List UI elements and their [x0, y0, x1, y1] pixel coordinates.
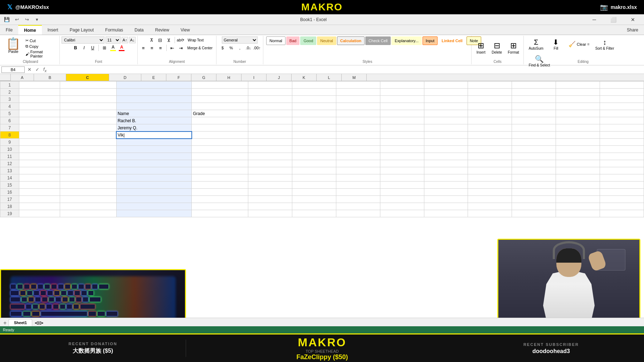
cell-i15[interactable] [424, 182, 468, 189]
paste-button[interactable]: 📋 Paste [4, 36, 23, 55]
cell-d16[interactable] [192, 189, 248, 196]
cell-e10[interactable] [248, 146, 292, 153]
cell-b11[interactable] [60, 153, 116, 160]
cell-h19[interactable] [380, 210, 424, 217]
cell-g11[interactable] [336, 153, 380, 160]
cell-i11[interactable] [424, 153, 468, 160]
cell-a17[interactable] [19, 196, 60, 203]
cell-j14[interactable] [468, 174, 512, 182]
cell-h9[interactable] [380, 139, 424, 146]
style-neutral[interactable]: Neutral [317, 36, 336, 45]
col-header-l[interactable]: L [317, 74, 342, 81]
cell-i1[interactable] [424, 81, 468, 89]
cell-l16[interactable] [556, 189, 600, 196]
cell-i4[interactable] [424, 103, 468, 110]
cell-j17[interactable] [468, 196, 512, 203]
cell-f14[interactable] [292, 174, 336, 182]
cell-h14[interactable] [380, 174, 424, 182]
cell-m19[interactable] [600, 210, 644, 217]
cell-j7[interactable] [468, 124, 512, 132]
cut-button[interactable]: ✂ Cut [24, 38, 57, 43]
cell-k7[interactable] [512, 124, 556, 132]
sort-filter-button[interactable]: ↕ Sort & Filter [593, 37, 616, 52]
cell-e16[interactable] [248, 189, 292, 196]
cell-b19[interactable] [60, 210, 116, 217]
col-header-m[interactable]: M [342, 74, 367, 81]
cell-m13[interactable] [600, 167, 644, 174]
cell-g10[interactable] [336, 146, 380, 153]
cell-k12[interactable] [512, 160, 556, 167]
cell-j4[interactable] [468, 103, 512, 110]
cell-i6[interactable] [424, 117, 468, 124]
cell-f10[interactable] [292, 146, 336, 153]
row-number-19[interactable]: 19 [0, 210, 19, 217]
cell-l19[interactable] [556, 210, 600, 217]
cell-c7[interactable]: Jeremy Q. [116, 124, 192, 132]
cell-f7[interactable] [292, 124, 336, 132]
tab-view[interactable]: View [175, 25, 196, 35]
cell-e17[interactable] [248, 196, 292, 203]
cell-c8[interactable]: Vik| [116, 132, 192, 139]
cell-k9[interactable] [512, 139, 556, 146]
style-input[interactable]: Input [423, 36, 438, 45]
row-number-17[interactable]: 17 [0, 196, 19, 203]
cell-m9[interactable] [600, 139, 644, 146]
cell-m8[interactable] [600, 132, 644, 139]
cell-k1[interactable] [512, 81, 556, 89]
cell-d7[interactable] [192, 124, 248, 132]
col-header-g[interactable]: G [191, 74, 216, 81]
cell-f16[interactable] [292, 189, 336, 196]
style-good[interactable]: Good [300, 36, 316, 45]
fill-color-button[interactable]: A [109, 44, 117, 51]
cell-l3[interactable] [556, 96, 600, 103]
cell-d1[interactable] [192, 81, 248, 89]
middle-align-button[interactable]: ⊟ [156, 36, 164, 44]
row-number-1[interactable]: 1 [0, 81, 19, 89]
cell-b3[interactable] [60, 96, 116, 103]
cell-b12[interactable] [60, 160, 116, 167]
cell-a19[interactable] [19, 210, 60, 217]
font-name-select[interactable]: Calibri [62, 36, 104, 44]
cell-a10[interactable] [19, 146, 60, 153]
italic-button[interactable]: I [80, 44, 88, 51]
cell-a16[interactable] [19, 189, 60, 196]
cell-d8[interactable] [192, 132, 248, 139]
cell-d10[interactable] [192, 146, 248, 153]
col-header-b[interactable]: B [34, 74, 66, 81]
cell-f1[interactable] [292, 81, 336, 89]
cell-f15[interactable] [292, 182, 336, 189]
row-number-16[interactable]: 16 [0, 189, 19, 196]
cell-g12[interactable] [336, 160, 380, 167]
tab-review[interactable]: Review [149, 25, 175, 35]
row-number-11[interactable]: 11 [0, 153, 19, 160]
comma-button[interactable]: , [236, 44, 244, 51]
cell-f17[interactable] [292, 196, 336, 203]
cell-k6[interactable] [512, 117, 556, 124]
cell-a1[interactable] [19, 81, 60, 89]
cell-g15[interactable] [336, 182, 380, 189]
fill-button[interactable]: ⬇ Fill [547, 36, 565, 52]
col-header-j[interactable]: J [267, 74, 292, 81]
increase-indent-button[interactable]: ⇥ [177, 44, 185, 51]
cell-e7[interactable] [248, 124, 292, 132]
cell-e2[interactable] [248, 89, 292, 96]
cell-b4[interactable] [60, 103, 116, 110]
cell-e1[interactable] [248, 81, 292, 89]
cell-d13[interactable] [192, 167, 248, 174]
cell-l9[interactable] [556, 139, 600, 146]
delete-cells-button[interactable]: ⊟ Delete [489, 40, 504, 56]
tab-share[interactable]: Share [621, 25, 644, 35]
cell-b6[interactable] [60, 117, 116, 124]
cell-g6[interactable] [336, 117, 380, 124]
cell-k13[interactable] [512, 167, 556, 174]
cell-l8[interactable] [556, 132, 600, 139]
formula-input[interactable] [49, 66, 643, 73]
row-number-3[interactable]: 3 [0, 96, 19, 103]
cell-i17[interactable] [424, 196, 468, 203]
cell-h6[interactable] [380, 117, 424, 124]
underline-button[interactable]: U [89, 44, 97, 51]
cell-h18[interactable] [380, 203, 424, 210]
col-header-h[interactable]: H [216, 74, 241, 81]
cell-k17[interactable] [512, 196, 556, 203]
align-left-button[interactable]: ≡ [140, 44, 147, 51]
